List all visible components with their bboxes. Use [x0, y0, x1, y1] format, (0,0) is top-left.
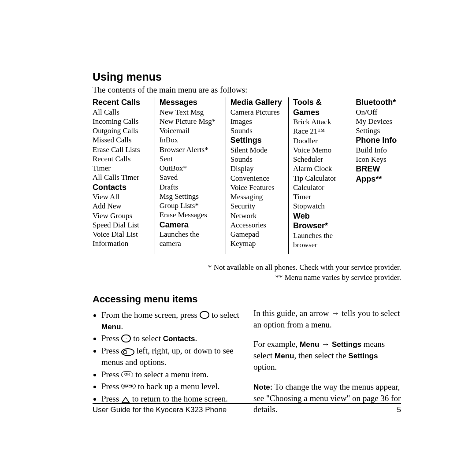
media-item: Sounds	[231, 126, 253, 135]
messages-item: Msg Settings	[160, 192, 199, 201]
back-key-icon: BACK	[121, 384, 136, 390]
tools-item: Stopwatch	[293, 202, 325, 210]
messages-item: Voicemail	[160, 126, 190, 135]
right-softkey-icon: ·	[200, 311, 210, 319]
recent-item: All Calls	[93, 108, 119, 116]
tools-item: Calculator	[293, 183, 324, 192]
bt-item: My Devices	[356, 117, 392, 126]
settings-item: Messaging	[231, 193, 263, 201]
ok-key-icon: OK	[121, 371, 134, 377]
messages-item: Sent	[160, 155, 173, 163]
tools-item: Tip Calculator	[293, 174, 336, 182]
nav-key-icon	[121, 348, 134, 356]
tools-item: Alarm Clock	[293, 164, 332, 173]
messages-item: New Text Msg	[160, 108, 204, 116]
tools-item: Voice Memo	[293, 146, 331, 154]
header-tools-games: Tools & Games	[293, 97, 346, 117]
header-settings: Settings	[231, 135, 284, 145]
contacts-item: Speed Dial List	[93, 221, 139, 229]
end-key-icon: E	[121, 397, 130, 403]
bullet-select-menu: From the home screen, press · to select …	[101, 309, 240, 332]
footer-page-number: 5	[397, 405, 401, 414]
messages-item: InBox	[160, 136, 178, 144]
settings-item: Display	[231, 164, 254, 173]
header-phone-info: Phone Info	[356, 135, 401, 145]
contacts-item: Information	[93, 239, 128, 248]
recent-item: Incoming Calls	[93, 117, 138, 126]
menu-col-5: Bluetooth* On/Off My Devices Settings Ph…	[351, 97, 401, 254]
settings-item: Security	[231, 202, 256, 210]
contacts-item: Voice Dial List	[93, 230, 138, 238]
bullet-select-contacts: Press · to select Contacts.	[101, 333, 240, 344]
contacts-item: View All	[93, 193, 119, 201]
bt-item: Settings	[356, 126, 380, 135]
header-contacts: Contacts	[93, 182, 150, 193]
tools-item: Scheduler	[293, 155, 323, 164]
menu-columns: Recent Calls All Calls Incoming Calls Ou…	[93, 97, 401, 254]
bullet-back: Press BACK to back up a menu level.	[101, 381, 240, 392]
messages-item: Erase Messages	[160, 211, 207, 219]
menu-col-3: Media Gallery Camera Pictures Images Sou…	[226, 97, 289, 254]
bt-item: On/Off	[356, 108, 377, 116]
web-item: Launches the browser	[293, 231, 333, 249]
left-softkey-icon: ·	[121, 335, 131, 342]
settings-item: Network	[231, 212, 257, 220]
footer-title: User Guide for the Kyocera K323 Phone	[93, 405, 227, 414]
camera-item: Launches the camera	[160, 230, 199, 248]
header-recent-calls: Recent Calls	[93, 97, 150, 108]
menu-col-1: Recent Calls All Calls Incoming Calls Ou…	[93, 97, 155, 254]
recent-item: Missed Calls	[93, 136, 131, 144]
header-messages: Messages	[160, 97, 221, 108]
phone-item: Icon Keys	[356, 155, 386, 164]
menu-col-2: Messages New Text Msg New Picture Msg* V…	[155, 97, 226, 254]
messages-item: OutBox*	[160, 164, 187, 172]
settings-item: Sounds	[231, 155, 253, 164]
header-media-gallery: Media Gallery	[231, 97, 284, 108]
settings-item: Voice Features	[231, 183, 275, 192]
phone-item: Build Info	[356, 146, 387, 154]
contacts-item: View Groups	[93, 212, 132, 220]
messages-item: Drafts	[160, 183, 178, 191]
page-heading: Using menus	[93, 71, 401, 83]
media-item: Images	[231, 117, 252, 126]
recent-item: All Calls Timer	[93, 173, 139, 182]
footnote-1: * Not available on all phones. Check wit…	[93, 263, 401, 273]
bullet-ok: Press OK to select a menu item.	[101, 369, 240, 380]
example-text: For example, Menu → Settings means selec…	[253, 338, 401, 373]
menu-col-4: Tools & Games Brick Attack Race 21™ Dood…	[289, 97, 351, 254]
bullet-nav: Press left, right, up, or down to see me…	[101, 345, 240, 368]
media-item: Camera Pictures	[231, 108, 280, 116]
messages-item: Group Lists*	[160, 201, 199, 210]
messages-item: New Picture Msg*	[160, 117, 216, 126]
recent-item: Recent Calls Timer	[93, 155, 130, 172]
tools-item: Brick Attack	[293, 118, 331, 126]
tools-item: Doodler	[293, 137, 318, 145]
tools-item: Timer	[293, 193, 311, 201]
header-brew-apps: BREW Apps**	[356, 164, 401, 184]
subheading-accessing: Accessing menu items	[93, 294, 401, 305]
settings-item: Accessories	[231, 221, 266, 229]
guide-arrow-text: In this guide, an arrow → tells you to s…	[253, 308, 401, 330]
header-camera: Camera	[160, 220, 221, 230]
recent-item: Erase Call Lists	[93, 145, 140, 154]
settings-item: Convenience	[231, 174, 270, 182]
footnote-2: ** Menu name varies by service provider.	[93, 273, 401, 283]
settings-item: Gamepad Keymap	[231, 230, 259, 248]
messages-item: Saved	[160, 173, 178, 182]
messages-item: Browser Alerts*	[160, 145, 208, 154]
contacts-item: Add New	[93, 202, 122, 210]
header-bluetooth: Bluetooth*	[356, 97, 401, 108]
recent-item: Outgoing Calls	[93, 126, 138, 135]
tools-item: Race 21™	[293, 127, 325, 135]
header-web-browser: Web Browser*	[293, 211, 346, 231]
bullet-end: Press E to return to the home screen.	[101, 393, 240, 405]
settings-item: Silent Mode	[231, 146, 268, 154]
intro-text: The contents of the main menu are as fol…	[93, 85, 401, 95]
